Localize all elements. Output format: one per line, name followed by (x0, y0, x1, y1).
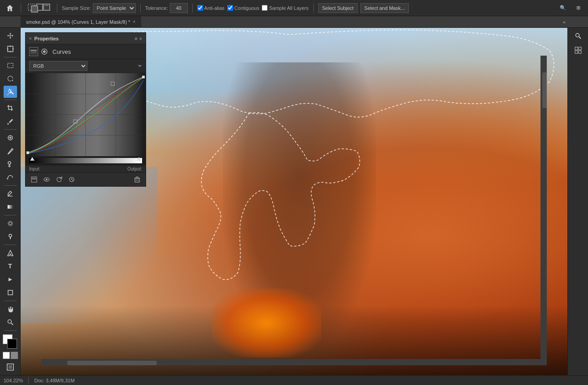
curves-label: Curves (52, 48, 71, 55)
tool-sep-2 (4, 100, 17, 100)
search-btn-right[interactable] (571, 30, 585, 42)
workspace-icon[interactable]: ⊞ (572, 2, 584, 14)
status-separator (28, 377, 29, 384)
visibility-toggle-btn[interactable] (42, 175, 52, 184)
panel-close-btn[interactable]: × (139, 36, 142, 41)
marquee-tool[interactable] (4, 59, 17, 71)
reset-btn[interactable] (54, 175, 64, 184)
horizontal-scrollbar[interactable] (41, 359, 547, 365)
tool-sep-8 (4, 330, 17, 331)
artboard-tool[interactable] (4, 43, 17, 55)
magic-wand-option-icon[interactable] (26, 2, 52, 14)
anti-alias-group: Anti-alias (197, 5, 225, 11)
svg-point-16 (8, 162, 11, 164)
anti-alias-checkbox[interactable] (197, 5, 203, 11)
channel-expand-icon[interactable] (138, 63, 142, 69)
channel-select[interactable]: RGB Red Green Blue (29, 61, 87, 71)
standard-mode[interactable] (3, 352, 10, 359)
move-tool[interactable] (4, 30, 17, 42)
color-swatches[interactable] (3, 334, 18, 349)
black-point-slider[interactable] (30, 157, 35, 161)
clone-stamp-tool[interactable] (4, 158, 17, 170)
sample-size-label: Sample Size: (62, 5, 91, 11)
shape-tool[interactable] (4, 287, 17, 299)
healing-tool[interactable] (4, 131, 17, 144)
workspace-btn-right[interactable] (571, 44, 585, 57)
svg-rect-46 (111, 82, 115, 86)
eraser-tool[interactable] (4, 188, 17, 200)
svg-rect-33 (579, 51, 581, 53)
quick-mask-mode[interactable] (11, 352, 18, 359)
panel-toggle-area: « (563, 19, 566, 25)
tolerance-input[interactable] (170, 3, 188, 13)
anti-alias-label: Anti-alias (204, 5, 225, 11)
select-and-mask-button[interactable]: Select and Mask... (360, 3, 409, 13)
horizontal-scrollbar-thumb[interactable] (67, 361, 157, 365)
mode-icons (3, 352, 18, 359)
svg-point-38 (43, 50, 46, 53)
gradient-slider[interactable] (29, 158, 142, 163)
svg-rect-32 (575, 51, 578, 53)
svg-point-15 (8, 153, 9, 154)
magic-wand-tool[interactable] (4, 86, 17, 98)
white-point-slider[interactable] (137, 157, 141, 161)
svg-rect-58 (135, 178, 139, 182)
background-color-swatch[interactable] (7, 339, 17, 349)
curves-graph[interactable] (26, 73, 146, 156)
svg-rect-2 (31, 6, 38, 12)
mask-properties-icon[interactable] (40, 47, 49, 56)
brush-tool[interactable] (4, 145, 17, 157)
svg-rect-10 (8, 63, 13, 68)
right-toolbar (567, 28, 588, 375)
lasso-tool[interactable] (4, 72, 17, 84)
path-select-tool[interactable] (4, 273, 17, 285)
panel-menu-btn[interactable]: ≡ (134, 36, 137, 41)
panel-collapse-btn[interactable]: « (29, 36, 32, 41)
svg-rect-35 (30, 52, 37, 52)
sample-all-layers-checkbox[interactable] (262, 5, 268, 11)
panel-title-area: « Properties (29, 36, 59, 41)
water-reflection (21, 167, 157, 323)
contiguous-checkbox[interactable] (227, 5, 233, 11)
blur-tool[interactable] (4, 217, 17, 229)
type-tool[interactable]: T (4, 260, 17, 272)
select-subject-button[interactable]: Select Subject (318, 3, 358, 13)
doc-info: Doc: 3,48M/9,31M (34, 378, 74, 383)
clip-to-layer-btn[interactable] (29, 175, 39, 184)
svg-point-20 (9, 222, 12, 225)
document-tab[interactable]: smoke.psd @ 104% (Curves 1, Layer Mask/8… (21, 16, 141, 28)
separator-3 (140, 4, 141, 13)
home-icon[interactable] (4, 2, 16, 14)
panel-header-controls: ≡ × (134, 36, 142, 41)
tool-sep-4 (4, 185, 17, 186)
tool-sep-1 (4, 57, 17, 57)
svg-point-28 (575, 34, 579, 37)
hand-tool[interactable] (4, 303, 17, 315)
input-label: Input: (29, 166, 40, 171)
gradient-tool[interactable] (4, 201, 17, 213)
layer-properties-icon[interactable] (29, 47, 38, 56)
panel-titlebar: « Properties ≡ × (26, 33, 146, 44)
dodge-tool[interactable] (4, 231, 17, 243)
view-previous-btn[interactable] (67, 175, 77, 184)
zoom-tool[interactable] (4, 316, 17, 328)
separator-2 (57, 4, 57, 13)
history-brush-tool[interactable] (4, 171, 17, 184)
tab-close-button[interactable]: × (133, 19, 135, 24)
sample-all-layers-group: Sample All Layers (262, 5, 308, 11)
search-icon-top[interactable]: 🔍 (557, 2, 569, 14)
screen-mode-btn[interactable] (4, 361, 17, 373)
vertical-scrollbar[interactable] (540, 56, 547, 365)
separator-1 (21, 4, 21, 13)
panels-collapse-icon[interactable]: « (563, 19, 566, 25)
crop-tool[interactable] (4, 102, 17, 114)
zoom-level: 104.22% (4, 378, 23, 383)
delete-adjustment-btn[interactable] (132, 175, 142, 184)
tool-sep-3 (4, 129, 17, 130)
svg-point-21 (9, 234, 12, 237)
sample-size-select[interactable]: Point Sample (93, 3, 136, 13)
eyedropper-tool[interactable] (4, 115, 17, 127)
vertical-scrollbar-thumb[interactable] (542, 72, 547, 108)
svg-rect-18 (8, 205, 13, 209)
pen-tool[interactable] (4, 247, 17, 259)
